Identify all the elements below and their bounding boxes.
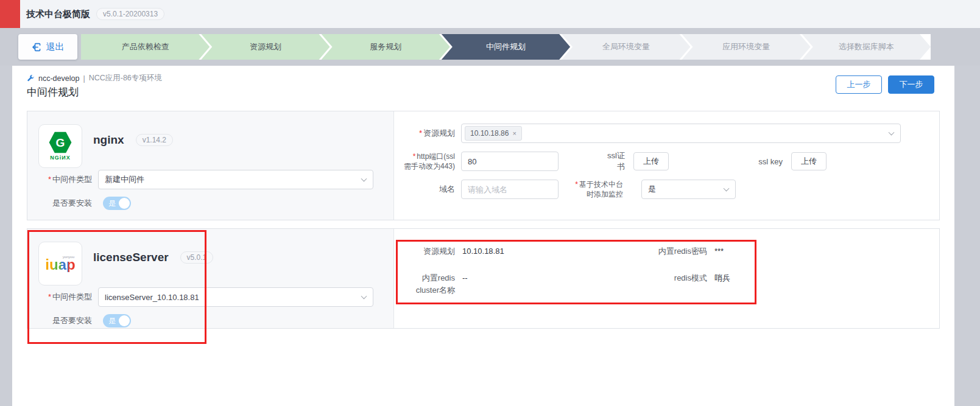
middleware-version-badge: v1.14.2	[136, 134, 173, 146]
step-select-db-script[interactable]: 选择数据库脚本	[802, 34, 931, 60]
step-app-env-vars[interactable]: 应用环境变量	[682, 34, 810, 60]
ssl-key-label: ssl key	[758, 157, 783, 166]
resource-planning-label: 资源规划	[423, 128, 455, 138]
middleware-name: licenseServer	[93, 251, 169, 264]
middleware-card-license-server: yonyou iuap licenseServer v5.0.1 *中间件类型 …	[27, 228, 940, 329]
middleware-type-label: 中间件类型	[52, 175, 92, 184]
redis-password-label: 内置redis密码	[615, 245, 707, 257]
exit-button[interactable]: 退出	[18, 34, 77, 60]
resource-planning-label: 资源规划	[394, 245, 455, 257]
redis-cluster-name-label: 内置rediscluster名称	[394, 272, 455, 296]
chevron-down-icon	[889, 130, 895, 136]
chevron-down-icon	[361, 176, 367, 182]
nginx-card-left: G NGiИX nginx v1.14.2 *中间件类型 新建中间件 是否要	[27, 111, 394, 220]
ssl-key-upload-button[interactable]: 上传	[791, 152, 827, 170]
iuap-logo-wordmark: iuap	[45, 257, 75, 272]
required-mark: *	[575, 180, 578, 189]
next-step-button[interactable]: 下一步	[888, 75, 934, 94]
step-service-planning[interactable]: 服务规划	[322, 34, 450, 60]
install-toggle[interactable]: 是	[103, 314, 131, 327]
breadcrumb-project: ncc-develop	[38, 74, 79, 83]
http-port-input[interactable]	[461, 152, 559, 171]
page: 技术中台极简版 v5.0.1-20200313 退出 产品依赖检查 资源规划 服…	[0, 0, 980, 406]
required-mark: *	[419, 128, 422, 138]
chevron-down-icon	[724, 186, 730, 192]
page-title: 中间件规划	[27, 85, 79, 99]
wrench-icon	[27, 74, 35, 82]
svg-text:G: G	[56, 136, 65, 149]
breadcrumb: ncc-develop | NCC应用-86专项环境	[27, 73, 162, 83]
toggle-knob	[119, 198, 130, 209]
version-badge: v5.0.1-20200313	[96, 8, 164, 20]
nginx-card-form: *资源规划 10.10.18.86 × *http端口(ssl需手动改为443)…	[394, 111, 939, 220]
license-card-left: yonyou iuap licenseServer v5.0.1 *中间件类型 …	[27, 229, 394, 328]
tag-remove-icon[interactable]: ×	[512, 130, 516, 137]
step-resource-planning[interactable]: 资源规划	[201, 34, 330, 60]
ssl-cert-upload-button[interactable]: 上传	[633, 152, 669, 170]
domain-label: 域名	[394, 184, 455, 195]
resource-planning-multiselect[interactable]: 10.10.18.86 ×	[461, 124, 901, 143]
step-global-env-vars[interactable]: 全局环境变量	[562, 34, 690, 60]
resource-tag: 10.10.18.86 ×	[465, 126, 522, 141]
app-logo	[0, 0, 20, 28]
redis-mode-value: 哨兵	[714, 272, 730, 284]
http-port-label: http端口(ssl	[417, 152, 455, 161]
install-toggle-label: 是否要安装	[27, 198, 92, 209]
wizard-actions: 上一步 下一步	[836, 75, 934, 94]
breadcrumb-separator: |	[83, 74, 85, 83]
middleware-type-select[interactable]: 新建中间件	[98, 170, 373, 189]
required-mark: *	[48, 175, 51, 184]
middleware-name: nginx	[93, 133, 124, 147]
install-toggle-label: 是否要安装	[27, 315, 92, 326]
required-mark: *	[48, 292, 51, 301]
app-title: 技术中台极简版	[26, 9, 90, 20]
middleware-type-label: 中间件类型	[52, 292, 92, 301]
prev-step-button[interactable]: 上一步	[836, 75, 882, 94]
exit-button-label: 退出	[46, 41, 65, 53]
required-mark: *	[413, 152, 416, 161]
redis-mode-label: redis模式	[615, 272, 707, 284]
wizard-steps: 产品依赖检查 资源规划 服务规划 中间件规划 全局环境变量 应用环境变量 选择数…	[81, 34, 931, 60]
nginx-logo: G NGiИX	[38, 124, 82, 168]
breadcrumb-environment: NCC应用-86专项环境	[89, 73, 162, 83]
logout-icon	[32, 42, 42, 52]
app-header: 技术中台极简版 v5.0.1-20200313	[0, 0, 980, 28]
wizard-steps-band: 退出 产品依赖检查 资源规划 服务规划 中间件规划 全局环境变量 应用环境变量 …	[0, 28, 980, 66]
chevron-down-icon	[361, 293, 367, 299]
monitor-select[interactable]: 是	[641, 180, 736, 199]
monitor-label: 基于技术中台	[579, 180, 623, 189]
license-card-details: 资源规划 10.10.18.81 内置redis密码 *** 内置rediscl…	[394, 229, 939, 328]
middleware-card-nginx: G NGiИX nginx v1.14.2 *中间件类型 新建中间件 是否要	[27, 111, 940, 220]
redis-cluster-name-value: --	[462, 272, 615, 284]
redis-password-value: ***	[714, 245, 724, 257]
toggle-knob	[119, 315, 130, 326]
install-toggle[interactable]: 是	[103, 197, 131, 210]
iuap-logo: yonyou iuap	[38, 242, 82, 285]
ssl-cert-label: ssl证书	[601, 150, 625, 172]
middleware-type-select[interactable]: licenseServer_10.10.18.81	[98, 287, 373, 307]
domain-input[interactable]	[461, 180, 559, 199]
resource-planning-value: 10.10.18.81	[462, 245, 615, 257]
step-product-dependency-check[interactable]: 产品依赖检查	[81, 34, 210, 60]
middleware-version-badge: v5.0.1	[180, 251, 214, 264]
step-middleware-planning[interactable]: 中间件规划	[442, 34, 570, 60]
content-sheet: ncc-develop | NCC应用-86专项环境 中间件规划 上一步 下一步…	[12, 66, 954, 406]
nginx-logo-wordmark: NGiИX	[50, 155, 70, 161]
